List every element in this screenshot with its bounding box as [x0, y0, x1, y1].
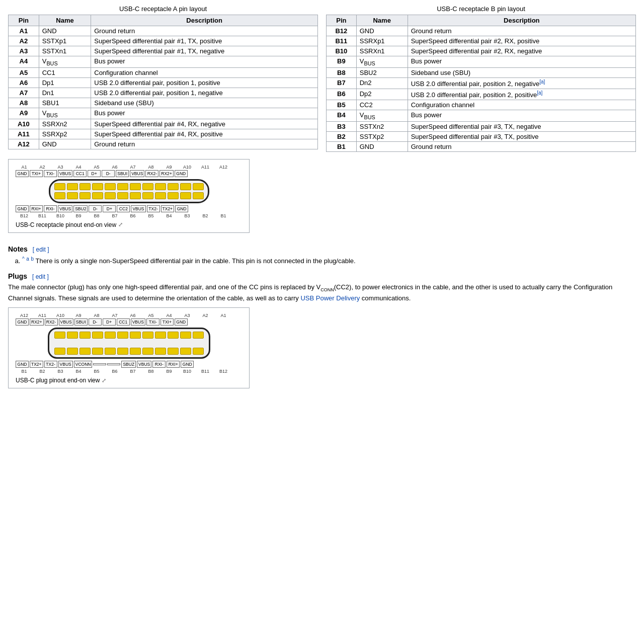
table-row: A10SSRXn2SuperSpeed differential pair #4… — [9, 119, 318, 129]
table-row: B1GNDGround return — [327, 141, 636, 151]
name-cell: VBUS — [356, 110, 408, 122]
connector-pin — [130, 183, 141, 190]
top-label: A5 — [142, 313, 159, 318]
bottom-label: B7 — [106, 213, 123, 218]
top-pin-box: VBUS — [130, 170, 144, 177]
desc-cell: SuperSpeed differential pair #4, RX, pos… — [91, 129, 318, 139]
connector-pin — [168, 332, 179, 339]
connector-pin — [67, 332, 78, 339]
pin-cell: B4 — [327, 110, 357, 122]
connector-pin — [193, 348, 204, 355]
name-cell: CC2 — [356, 100, 408, 110]
table-b: Pin Name Description B12GNDGround return… — [326, 15, 636, 152]
col-desc-b: Description — [408, 15, 635, 26]
connector-pin — [142, 192, 153, 199]
bottom-pin-box: CC2 — [117, 205, 130, 212]
table-row: A2SSTXp1SuperSpeed differential pair #1,… — [9, 36, 318, 46]
receptacle-connector-graphic — [16, 179, 242, 203]
pin-cell: A11 — [9, 129, 39, 139]
pin-cell: A9 — [9, 108, 39, 119]
desc-cell: Bus power — [408, 110, 635, 122]
top-pin-box: D- — [102, 170, 115, 177]
connector-pin — [117, 348, 128, 355]
table-row: A12GNDGround return — [9, 139, 318, 149]
top-pin-box: RX2+ — [30, 318, 44, 326]
top-label: A5 — [88, 165, 105, 170]
plug-diagram-box: A12A11A10A9A8A7A6A5A4A3A2A1 GNDRX2+RX2-V… — [8, 307, 250, 388]
connector-pin — [105, 183, 116, 190]
top-pin-box: TXI- — [44, 170, 57, 177]
desc-cell: Configuration channel — [91, 67, 318, 77]
table-row: B6Dp2USB 2.0 differential pair, position… — [327, 89, 636, 100]
connector-pin — [130, 192, 141, 199]
receptacle-caption-text: USB-C receptacle pinout end-on view — [16, 221, 116, 228]
connector-pin — [105, 348, 116, 355]
table-a: Pin Name Description A1GNDGround returnA… — [8, 15, 318, 149]
top-label: A11 — [34, 313, 51, 318]
bottom-pin-box: TX2- — [147, 205, 160, 212]
plug-connector-graphic — [16, 328, 242, 359]
name-cell: SSTXn1 — [39, 46, 91, 56]
name-cell: SSTXn2 — [356, 121, 408, 131]
table-row: B9VBUSBus power — [327, 56, 636, 68]
plug-connector-body — [48, 328, 210, 359]
bottom-pin-box: GND — [16, 361, 29, 368]
top-pin-box: D- — [89, 318, 102, 326]
note-item-a: ^ a b There is only a single non-SuperSp… — [22, 255, 636, 266]
bottom-pin-box: TX2+ — [30, 361, 43, 368]
desc-cell: USB 2.0 differential pair, position 2, p… — [408, 89, 635, 100]
desc-cell: Configuration channel — [408, 100, 635, 110]
table-a-title: USB-C receptacle A pin layout — [8, 5, 318, 13]
connector-body — [49, 179, 209, 203]
bottom-label: B2 — [197, 213, 214, 218]
top-pin-box: VBUS — [58, 170, 72, 177]
bottom-pin-box — [107, 363, 120, 365]
receptacle-bottom-labels: B12B11B10B9B8B7B6B5B4B3B2B1 — [16, 213, 242, 218]
top-label: A7 — [124, 165, 141, 170]
table-row: B11SSRXp1SuperSpeed differential pair #2… — [327, 36, 636, 46]
top-label: A8 — [142, 165, 159, 170]
pin-cell: B3 — [327, 121, 357, 131]
connector-bottom-row — [54, 192, 204, 199]
plug-bottom-labels: B1B2B3B4B5B6B7B8B9B10B11B12 — [16, 369, 242, 374]
bottom-pin-box: TX2- — [44, 361, 57, 368]
pin-cell: A5 — [9, 67, 39, 77]
table-row: B2SSTXp2SuperSpeed differential pair #3,… — [327, 131, 636, 141]
notes-edit-link[interactable]: [ edit ] — [33, 246, 49, 253]
connector-pin — [92, 348, 103, 355]
bottom-pin-box: SBUZ — [121, 361, 136, 368]
desc-cell: Sideband use (SBU) — [91, 98, 318, 108]
top-label: A7 — [106, 313, 123, 318]
bottom-label: B5 — [88, 369, 105, 374]
top-label: A1 — [16, 165, 33, 170]
usb-power-delivery-link[interactable]: USB Power Delivery — [300, 294, 360, 302]
top-pin-box: D+ — [88, 170, 101, 177]
pin-cell: B8 — [327, 67, 357, 77]
col-name-b: Name — [356, 15, 408, 26]
name-cell: VBUS — [356, 56, 408, 68]
bottom-label: B9 — [160, 369, 178, 374]
bottom-label: B4 — [70, 369, 87, 374]
connector-pin — [142, 183, 153, 190]
plugs-edit-link[interactable]: [ edit ] — [32, 273, 49, 280]
connector-pin — [54, 183, 65, 190]
connector-pin — [130, 332, 141, 339]
bottom-pin-box: GND — [181, 361, 194, 368]
connector-pin — [67, 192, 78, 199]
bottom-pin-box: VBUS — [58, 361, 73, 368]
name-cell: GND — [356, 26, 408, 36]
connector-pin — [180, 348, 191, 355]
name-cell: Dn1 — [39, 88, 91, 98]
connector-pin — [54, 332, 65, 339]
connector-pin — [79, 348, 91, 355]
plug-expand-icon[interactable]: ⤢ — [102, 377, 106, 384]
connector-pin — [117, 192, 128, 199]
table-row: B8SBU2Sideband use (SBU) — [327, 67, 636, 77]
pin-cell: B6 — [327, 89, 357, 100]
pin-cell: B5 — [327, 100, 357, 110]
receptacle-expand-icon[interactable]: ⤢ — [118, 221, 123, 228]
desc-cell: SuperSpeed differential pair #1, TX, pos… — [91, 36, 318, 46]
bottom-pin-box: TX2+ — [161, 205, 175, 212]
bottom-label: B10 — [52, 213, 69, 218]
connector-pin — [142, 332, 153, 339]
